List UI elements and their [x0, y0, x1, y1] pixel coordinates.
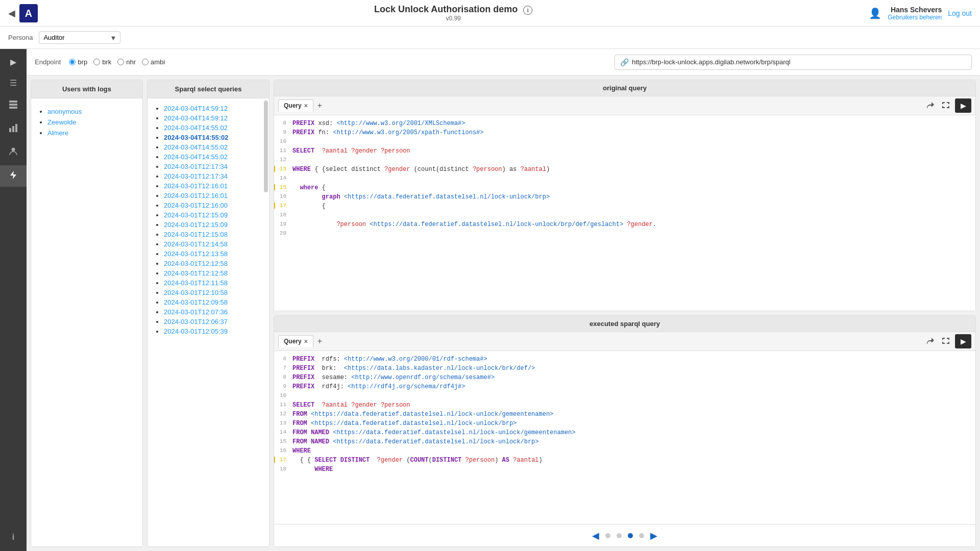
persona-label: Persona	[8, 34, 33, 41]
query-link[interactable]: 2024-03-04T14:55:02	[164, 143, 228, 151]
sidebar-item-table[interactable]	[0, 95, 27, 116]
tab-label: Query	[284, 102, 302, 109]
query-link[interactable]: 2024-03-04T14:55:02	[164, 124, 228, 132]
query-link[interactable]: 2024-03-01T12:15:09	[164, 211, 228, 219]
add-tab-button-2[interactable]: +	[315, 337, 324, 346]
logout-button[interactable]: Log out	[948, 9, 972, 17]
page-dot-2[interactable]	[617, 533, 622, 538]
tab-close-icon[interactable]: ✕	[304, 339, 308, 344]
list-item: 2024-03-04T14:55:02	[164, 153, 261, 161]
line-number: 13	[274, 420, 292, 426]
radio-nhr-input[interactable]	[117, 59, 124, 65]
query-link[interactable]: 2024-03-01T12:15:08	[164, 231, 228, 238]
radio-nhr[interactable]: nhr	[117, 58, 136, 66]
sidebar-item-chart[interactable]	[0, 118, 27, 140]
query-link[interactable]: 2024-03-01T12:17:34	[164, 163, 228, 170]
radio-brk[interactable]: brk	[93, 58, 111, 66]
line-content: FROM NAMED <https://data.federatief.data…	[292, 438, 975, 445]
query-link[interactable]: 2024-03-01T12:10:58	[164, 289, 228, 296]
share-button[interactable]	[924, 101, 937, 111]
line-number: 17	[274, 457, 292, 463]
query-link[interactable]: 2024-03-01T12:06:37	[164, 318, 228, 325]
radio-brk-input[interactable]	[93, 59, 100, 65]
add-tab-button[interactable]: +	[315, 101, 324, 110]
page-dot-1[interactable]	[605, 533, 610, 538]
query-link[interactable]: 2024-03-04T14:59:12	[164, 105, 228, 112]
line-number: 16	[274, 447, 292, 454]
expand-button-2[interactable]	[940, 336, 952, 347]
line-content: PREFIX sesame: <http://www.openrdf.org/s…	[292, 374, 975, 381]
prev-page-button[interactable]: ◀	[592, 530, 599, 541]
persona-select[interactable]: Auditor Medewerker Burger Admin	[39, 31, 120, 44]
line-content: PREFIX brk: <https://data.labs.kadaster.…	[292, 365, 975, 372]
original-query-tab[interactable]: Query ✕	[278, 99, 313, 112]
line-number: 18	[274, 466, 292, 472]
users-panel-header: Users with logs	[31, 80, 142, 98]
query-link[interactable]: 2024-03-01T12:14:58	[164, 240, 228, 248]
query-link[interactable]: 2024-03-01T12:05:39	[164, 328, 228, 335]
query-link[interactable]: 2024-03-01T12:17:34	[164, 172, 228, 180]
executed-query-tab[interactable]: Query ✕	[278, 335, 313, 347]
radio-ambi[interactable]: ambi	[142, 58, 165, 66]
list-item: 2024-03-01T12:16:00	[164, 202, 261, 209]
radio-brp[interactable]: brp	[69, 58, 87, 66]
sidebar-item-flash[interactable]	[0, 165, 27, 187]
sidebar-toggle-button[interactable]: ▶	[0, 53, 27, 71]
list-item: 2024-03-01T12:07:36	[164, 308, 261, 316]
user-link-anonymous[interactable]: anonymous	[47, 108, 82, 115]
share-button-2[interactable]	[924, 336, 937, 347]
svg-rect-7	[15, 124, 17, 132]
line-content: WHERE	[292, 466, 975, 473]
query-link[interactable]: 2024-03-01T12:15:09	[164, 221, 228, 229]
radio-ambi-input[interactable]	[142, 59, 149, 65]
query-link[interactable]: 2024-03-01T12:16:01	[164, 192, 228, 199]
query-link[interactable]: 2024-03-01T12:16:00	[164, 202, 228, 209]
line-number: 8	[274, 120, 292, 126]
page-dot-3[interactable]	[628, 533, 633, 538]
line-number: 13	[274, 166, 292, 172]
user-link-almere[interactable]: Almere	[47, 129, 68, 137]
back-button[interactable]: ◀	[8, 8, 15, 19]
list-item: 2024-03-01T12:16:01	[164, 182, 261, 190]
line-content: FROM <https://data.federatief.datastelse…	[292, 411, 975, 418]
page-dot-4[interactable]	[639, 533, 644, 538]
query-link[interactable]: 2024-03-04T14:55:02	[164, 153, 228, 161]
query-link[interactable]: 2024-03-01T12:07:36	[164, 308, 228, 316]
next-page-button[interactable]: ▶	[650, 530, 657, 541]
user-link-zeewolde[interactable]: Zeewolde	[47, 118, 76, 126]
code-line: 17 { { SELECT DISTINCT ?gender (COUNT(DI…	[274, 456, 975, 465]
content-area: Endpoint brp brk nhr ambi 🔗 https://brp-…	[27, 49, 980, 551]
run-button[interactable]: ▶	[955, 98, 971, 113]
line-number: 10	[274, 138, 292, 144]
expand-button[interactable]	[940, 101, 952, 111]
user-info: Hans Schevers Gebruikers beheren	[888, 6, 942, 21]
manage-users-link[interactable]: Gebruikers beheren	[888, 14, 942, 21]
sidebar-item-menu[interactable]: ☰	[0, 73, 27, 93]
line-number: 18	[274, 212, 292, 218]
code-line: 8PREFIX xsd: <http://www.w3.org/2001/XML…	[274, 119, 975, 129]
code-line: 19 ?persoon <https://data.federatief.dat…	[274, 220, 975, 230]
line-number: 11	[274, 147, 292, 154]
query-link[interactable]: 2024-03-01T12:11:58	[164, 279, 228, 287]
radio-group: brp brk nhr ambi	[69, 58, 165, 66]
query-link[interactable]: 2024-03-01T12:13:58	[164, 250, 228, 258]
scroll-handle[interactable]	[264, 101, 268, 192]
query-link[interactable]: 2024-03-04T14:59:12	[164, 114, 228, 122]
sidebar-item-info[interactable]: i	[0, 528, 27, 547]
app-logo: A	[19, 4, 38, 22]
code-panels: original query Query ✕ +	[274, 80, 976, 547]
tab-close-icon[interactable]: ✕	[304, 103, 308, 109]
query-link[interactable]: 2024-03-01T12:12:58	[164, 260, 228, 267]
title-text: Lock Unlock Authorisation demo	[374, 4, 518, 14]
info-icon[interactable]: i	[523, 6, 532, 15]
run-button-2[interactable]: ▶	[955, 334, 971, 348]
code-line: 17 {	[274, 202, 975, 211]
query-link[interactable]: 2024-03-01T12:16:01	[164, 182, 228, 190]
radio-brp-input[interactable]	[69, 59, 76, 65]
query-link[interactable]: 2024-03-01T12:09:58	[164, 298, 228, 306]
query-link[interactable]: 2024-03-04T14:55:02	[164, 134, 228, 141]
line-number: 11	[274, 402, 292, 408]
query-link[interactable]: 2024-03-01T12:12:58	[164, 269, 228, 277]
line-content: where {	[292, 184, 975, 191]
sidebar-item-person[interactable]	[0, 142, 27, 163]
